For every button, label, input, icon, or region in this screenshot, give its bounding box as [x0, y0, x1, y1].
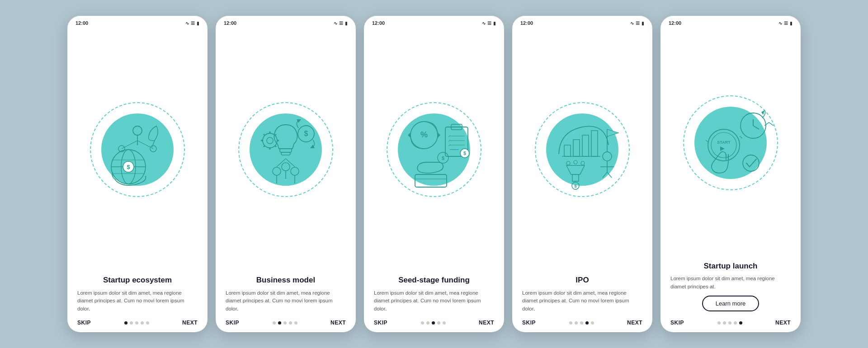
dot-2-2 [283, 321, 287, 324]
svg-line-12 [122, 141, 137, 149]
svg-rect-14 [280, 149, 292, 152]
dot-3-1 [426, 321, 429, 324]
desc-1: Lorem ipsum dolor sit dim amet, mea regi… [77, 289, 198, 313]
content-2: Business model Lorem ipsum dolor sit dim… [216, 272, 356, 316]
time-2: 12:00 [224, 20, 236, 26]
svg-point-83 [743, 155, 759, 171]
svg-rect-68 [572, 174, 579, 181]
icon-business: $ [236, 100, 335, 199]
status-icons-5: ∿ ☰ ▮ [778, 21, 793, 26]
svg-point-32 [282, 163, 290, 171]
svg-marker-39 [408, 132, 410, 138]
svg-text:$: $ [127, 164, 130, 170]
skip-2[interactable]: SKIP [226, 320, 239, 326]
skip-1[interactable]: SKIP [77, 320, 91, 326]
svg-line-25 [264, 146, 265, 147]
bottom-nav-3: SKIP NEXT [364, 316, 504, 332]
dots-4 [569, 321, 594, 324]
content-3: Seed-stage funding Lorem ipsum dolor sit… [364, 272, 504, 316]
svg-point-62 [603, 152, 612, 161]
phone-screen-2: 12:00 ∿ ☰ ▮ [216, 16, 356, 332]
dot-3-4 [443, 321, 446, 324]
dots-2 [273, 321, 297, 324]
status-icons-1: ∿ ☰ ▮ [185, 21, 199, 26]
svg-rect-57 [582, 135, 589, 156]
dot-1-2 [135, 321, 138, 324]
signal-icon-2: ☰ [339, 21, 343, 26]
content-1: Startup ecosystem Lorem ipsum dolor sit … [67, 272, 208, 316]
icon-ecosystem: $ [88, 100, 187, 199]
status-bar-3: 12:00 ∿ ☰ ▮ [364, 16, 504, 28]
icon-funding: % ✓ ✓ ✓ $ [384, 100, 484, 199]
svg-line-85 [706, 140, 708, 142]
dots-1 [124, 321, 149, 324]
skip-3[interactable]: SKIP [374, 320, 387, 326]
svg-text:$: $ [442, 155, 444, 161]
learn-more-button[interactable]: Learn more [702, 296, 759, 311]
desc-2: Lorem ipsum dolor sit dim amet, mea regi… [226, 289, 346, 313]
svg-rect-58 [591, 131, 598, 156]
next-5[interactable]: NEXT [775, 320, 791, 326]
wifi-icon-5: ∿ [778, 21, 782, 26]
next-2[interactable]: NEXT [330, 320, 346, 326]
dot-2-4 [294, 321, 297, 324]
dot-4-1 [575, 321, 578, 324]
status-icons-3: ∿ ☰ ▮ [482, 21, 496, 26]
svg-text:✓: ✓ [448, 139, 451, 143]
svg-marker-61 [607, 129, 618, 136]
svg-line-24 [275, 134, 276, 136]
svg-rect-15 [281, 152, 290, 155]
svg-point-28 [273, 167, 281, 175]
dot-4-0 [569, 321, 572, 324]
dot-5-3 [734, 321, 737, 324]
signal-icon-3: ☰ [487, 21, 491, 26]
time-4: 12:00 [520, 20, 533, 26]
dot-2-3 [289, 321, 292, 324]
illustration-4: $ [512, 28, 652, 272]
dot-3-3 [437, 321, 440, 324]
svg-text:START: START [717, 140, 731, 145]
next-1[interactable]: NEXT [182, 320, 198, 326]
skip-4[interactable]: SKIP [522, 320, 536, 326]
dot-2-1 [278, 321, 281, 324]
illustration-3: % ✓ ✓ ✓ $ [364, 28, 504, 272]
status-bar-1: 12:00 ∿ ☰ ▮ [67, 16, 208, 28]
next-4[interactable]: NEXT [627, 320, 642, 326]
illustration-1: $ [67, 28, 208, 272]
battery-icon-3: ▮ [493, 21, 496, 26]
dot-1-0 [124, 321, 127, 324]
phone-screen-4: 12:00 ∿ ☰ ▮ [512, 16, 652, 332]
content-4: IPO Lorem ipsum dolor sit dim amet, mea … [512, 272, 652, 316]
svg-line-84 [740, 136, 742, 138]
signal-icon-4: ☰ [636, 21, 640, 26]
svg-point-8 [133, 126, 142, 135]
svg-line-65 [603, 172, 607, 178]
content-5: Startup launch Lorem ipsum dolor sit dim… [660, 258, 801, 316]
dot-4-3 [585, 321, 589, 324]
title-5: Startup launch [670, 261, 791, 271]
illustration-5: START [660, 28, 801, 258]
svg-point-30 [291, 167, 299, 175]
svg-marker-81 [720, 146, 725, 151]
svg-line-13 [137, 141, 153, 149]
dot-3-0 [421, 321, 424, 324]
svg-text:✓: ✓ [448, 143, 451, 147]
desc-5: Lorem ipsum dolor sit dim amet, mea regi… [670, 275, 791, 291]
svg-rect-56 [573, 140, 580, 156]
phone-screen-3: 12:00 ∿ ☰ ▮ % [364, 16, 504, 332]
svg-line-7 [152, 141, 155, 147]
svg-line-76 [753, 126, 759, 129]
icon-launch: START [681, 93, 780, 193]
svg-point-78 [708, 129, 740, 161]
bottom-nav-4: SKIP NEXT [512, 316, 652, 332]
dot-5-4 [739, 321, 742, 324]
dot-5-1 [723, 321, 726, 324]
svg-text:$: $ [574, 184, 576, 188]
next-3[interactable]: NEXT [479, 320, 494, 326]
skip-5[interactable]: SKIP [670, 320, 684, 326]
svg-point-71 [566, 161, 570, 165]
time-3: 12:00 [372, 20, 385, 26]
svg-text:$: $ [463, 151, 466, 156]
dot-3-2 [432, 321, 435, 324]
battery-icon-1: ▮ [197, 21, 199, 26]
